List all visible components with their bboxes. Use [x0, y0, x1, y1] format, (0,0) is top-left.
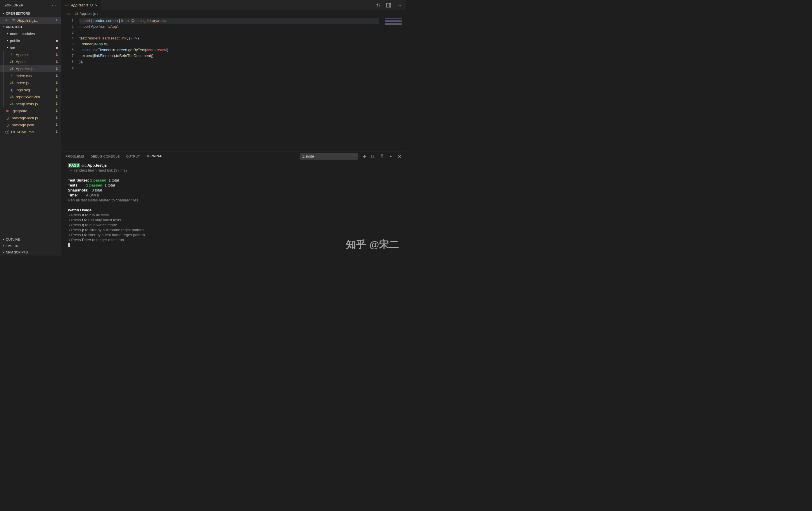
file-row[interactable]: JSindex.jsU — [0, 79, 61, 86]
folder-name: node_modules — [10, 32, 35, 36]
tab-debug-console[interactable]: DEBUG CONSOLE — [91, 151, 120, 161]
timeline-header[interactable]: TIMELINE — [0, 243, 61, 249]
status-u: U — [56, 60, 58, 64]
close-icon[interactable] — [397, 154, 402, 159]
folder-name: src — [10, 46, 15, 50]
npm-scripts-header[interactable]: NPM SCRIPTS — [0, 249, 61, 256]
file-name: package.json — [12, 123, 34, 127]
json-icon: {} — [5, 115, 10, 120]
js-icon: JS — [75, 11, 78, 16]
status-u: U — [56, 109, 58, 113]
outline-header[interactable]: OUTLINE — [0, 236, 61, 243]
chevron-right-icon — [1, 250, 6, 255]
folder-row[interactable]: node_modules — [0, 30, 61, 37]
file-tree: node_modulespublicsrc#App.cssUJSApp.jsUJ… — [0, 30, 61, 236]
open-editors-header[interactable]: OPEN EDITORS — [0, 10, 61, 17]
trash-icon[interactable] — [380, 154, 384, 159]
explorer-title: EXPLORER — [5, 3, 23, 7]
file-row[interactable]: ◆.gitignoreU — [0, 107, 61, 114]
modified-dot — [56, 40, 58, 42]
file-row[interactable]: JSsetupTests.jsU — [0, 100, 61, 107]
svg-rect-3 — [389, 3, 391, 7]
open-editor-item[interactable]: × JS App.test.js... U — [0, 17, 61, 24]
status-u: U — [56, 102, 58, 106]
status-u: U — [56, 81, 58, 85]
file-name: logo.svg — [16, 88, 30, 92]
status-u: U — [56, 95, 58, 99]
git-icon: ◆ — [4, 108, 11, 114]
tab-output[interactable]: OUTPUT — [126, 151, 140, 161]
explorer-sidebar: EXPLORER ··· OPEN EDITORS × JS App.test.… — [0, 0, 61, 256]
file-name: README.md — [11, 130, 34, 134]
breadcrumb-seg[interactable]: App.test.js — [80, 12, 96, 16]
workspace-header[interactable]: UNIT-TEST — [0, 24, 61, 30]
file-row[interactable]: iREADME.mdU — [0, 128, 61, 135]
close-icon[interactable]: × — [95, 3, 97, 8]
workspace-label: UNIT-TEST — [6, 25, 23, 29]
code-editor[interactable]: 123456789 import { render, screen } from… — [61, 17, 406, 151]
pass-badge: PASS — [68, 163, 80, 168]
more-icon[interactable]: ··· — [397, 3, 402, 8]
file-row[interactable]: {}package.jsonU — [0, 121, 61, 128]
tab-terminal[interactable]: TERMINAL — [146, 151, 163, 161]
file-name: index.css — [16, 74, 32, 78]
json-icon: {} — [5, 122, 10, 127]
file-name: App.test.js — [16, 67, 34, 71]
terminal-select[interactable]: 1: node — [299, 153, 358, 160]
js-icon: JS — [9, 102, 14, 106]
tab-problems[interactable]: PROBLEMS — [65, 151, 84, 161]
line-number: 9 — [61, 65, 74, 70]
file-row[interactable]: ◧logo.svgU — [0, 86, 61, 93]
chevron-up-icon[interactable] — [388, 154, 393, 159]
split-editor-icon[interactable] — [386, 3, 392, 8]
outline-label: OUTLINE — [6, 238, 20, 241]
line-gutter: 123456789 — [61, 17, 80, 151]
status-u: U — [56, 74, 58, 78]
file-row[interactable]: JSApp.test.jsU — [0, 65, 61, 72]
status-u: U — [56, 18, 58, 22]
chevron-right-icon — [1, 237, 6, 242]
file-row[interactable]: JSApp.jsU — [0, 58, 61, 65]
file-name: .gitignore — [12, 109, 27, 113]
breadcrumb-seg[interactable]: src — [67, 12, 71, 16]
svg-point-1 — [379, 5, 380, 6]
tab-filename: App.test.js — [71, 3, 89, 7]
explorer-more-icon[interactable]: ··· — [52, 3, 57, 8]
file-name: index.js — [16, 81, 29, 85]
file-name: reportWebVita... — [16, 95, 43, 99]
css-icon: # — [9, 74, 14, 78]
split-icon[interactable] — [371, 154, 376, 159]
status-u: U — [56, 53, 58, 57]
panel-tabs: PROBLEMS DEBUG CONSOLE OUTPUT TERMINAL 1… — [61, 151, 406, 161]
css-icon: # — [9, 52, 14, 57]
file-row[interactable]: #App.cssU — [0, 51, 61, 58]
tab-status: U — [90, 3, 93, 7]
terminal-output[interactable]: PASS src/App.test.js ✓ renders learn rea… — [61, 161, 406, 256]
js-icon: JS — [9, 80, 14, 85]
explorer-header: EXPLORER ··· — [0, 0, 61, 10]
file-name: setupTests.js — [16, 102, 38, 106]
line-number: 6 — [61, 47, 74, 53]
md-icon: i — [5, 130, 9, 134]
file-row[interactable]: #index.cssU — [0, 72, 61, 79]
close-icon[interactable]: × — [5, 18, 10, 23]
status-u: U — [56, 67, 58, 71]
breadcrumb[interactable]: src › JS App.test.js › ... — [61, 10, 406, 17]
watermark: 知乎@宋二 — [346, 238, 399, 251]
minimap[interactable] — [385, 19, 402, 27]
status-u: U — [56, 88, 58, 92]
chevron-right-icon: › — [72, 12, 74, 16]
status-u: U — [56, 116, 58, 120]
svg-icon: ◧ — [9, 87, 14, 92]
editor-tab[interactable]: JS App.test.js U × — [61, 0, 101, 10]
compare-icon[interactable] — [376, 3, 381, 8]
plus-icon[interactable] — [362, 154, 367, 159]
file-row[interactable]: {}package-lock.js...U — [0, 114, 61, 121]
breadcrumb-seg[interactable]: ... — [99, 12, 102, 16]
tab-bar: JS App.test.js U × ··· — [61, 0, 406, 10]
tab-actions: ··· — [376, 0, 406, 10]
folder-row[interactable]: public — [0, 37, 61, 44]
code-area[interactable]: import { render, screen } from '@testing… — [80, 17, 406, 151]
file-row[interactable]: JSreportWebVita...U — [0, 93, 61, 100]
folder-row[interactable]: src — [0, 44, 61, 51]
